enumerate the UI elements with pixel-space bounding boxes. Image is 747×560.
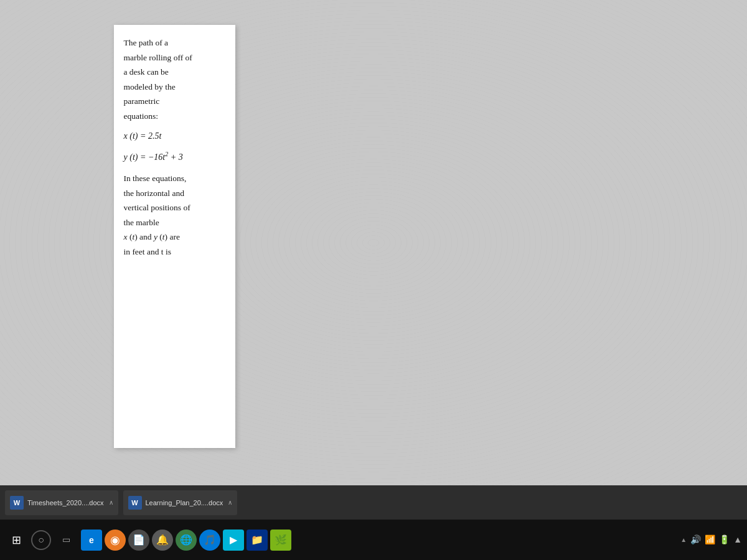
search-button[interactable]: ○ — [31, 530, 51, 550]
doc-line-4: modeled by the — [124, 80, 225, 94]
screen-area: The path of a marble rolling off of a de… — [0, 0, 747, 485]
desc-line-6: in feet and t is — [124, 245, 225, 259]
notification-icon[interactable]: ▲ — [733, 535, 742, 545]
word-icon-learning: W — [128, 496, 142, 510]
taskbar-item-timesheets[interactable]: W Timesheets_2020....docx ∧ — [5, 490, 118, 515]
app-icon-3[interactable]: 🔔 — [152, 530, 173, 551]
taskbar-bottom: ⊞ ○ ▭ e ◉ 📄 🔔 🌐 🎵 ▶ 📁 🌿 ▲ 🔊 📶 🔋 ▲ — [0, 520, 747, 560]
doc-line-2: marble rolling off of — [124, 51, 225, 65]
tray-expand-arrow[interactable]: ▲ — [680, 536, 687, 543]
system-tray: ▲ 🔊 📶 🔋 ▲ — [680, 534, 742, 545]
doc-line-6: equations: — [124, 110, 225, 123]
equation-1: x (t) = 2.5t — [124, 129, 225, 143]
edge-icon[interactable]: e — [81, 530, 102, 551]
taskbar-open-apps: W Timesheets_2020....docx ∧ W Learning_P… — [0, 485, 747, 520]
windows-start-button[interactable]: ⊞ — [5, 529, 27, 551]
desc-line-3: vertical positions of — [124, 201, 225, 215]
app-icon-4[interactable]: 🌐 — [176, 530, 197, 551]
word-icon-timesheets: W — [10, 496, 24, 510]
doc-line-3: a desk can be — [124, 65, 225, 79]
chevron-learning: ∧ — [228, 499, 232, 506]
taskbar: W Timesheets_2020....docx ∧ W Learning_P… — [0, 485, 747, 560]
app-icon-8[interactable]: 🌿 — [270, 530, 291, 551]
desc-line-5: x (t) and y (t) are — [124, 230, 225, 244]
task-view-button[interactable]: ▭ — [55, 529, 77, 551]
chevron-timesheets: ∧ — [109, 499, 113, 506]
app-icon-2[interactable]: 📄 — [128, 530, 149, 551]
document-panel: The path of a marble rolling off of a de… — [114, 25, 235, 448]
app-icon-1[interactable]: ◉ — [105, 530, 126, 551]
desc-line-2: the horizontal and — [124, 187, 225, 200]
network-icon[interactable]: 📶 — [705, 534, 715, 545]
taskbar-item-learning-plan[interactable]: W Learning_Plan_20....docx ∧ — [123, 490, 238, 515]
taskbar-pinned-apps: e ◉ 📄 🔔 🌐 🎵 ▶ 📁 🌿 — [81, 530, 291, 551]
doc-line-5: parametric — [124, 95, 225, 108]
taskbar-label-learning: Learning_Plan_20....docx — [146, 499, 223, 506]
app-icon-5[interactable]: 🎵 — [199, 530, 220, 551]
description-section: In these equations, the horizontal and v… — [124, 172, 225, 259]
doc-content: The path of a marble rolling off of a de… — [124, 36, 225, 259]
taskbar-label-timesheets: Timesheets_2020....docx — [27, 499, 104, 506]
app-icon-6[interactable]: ▶ — [223, 530, 244, 551]
doc-line-1: The path of a — [124, 36, 225, 50]
volume-icon[interactable]: 🔊 — [690, 534, 701, 545]
app-icon-7[interactable]: 📁 — [247, 530, 268, 551]
desc-line-4: the marble — [124, 216, 225, 230]
desc-line-1: In these equations, — [124, 172, 225, 185]
battery-icon[interactable]: 🔋 — [719, 534, 730, 545]
equation-2: y (t) = −16t2 + 3 — [124, 149, 225, 164]
